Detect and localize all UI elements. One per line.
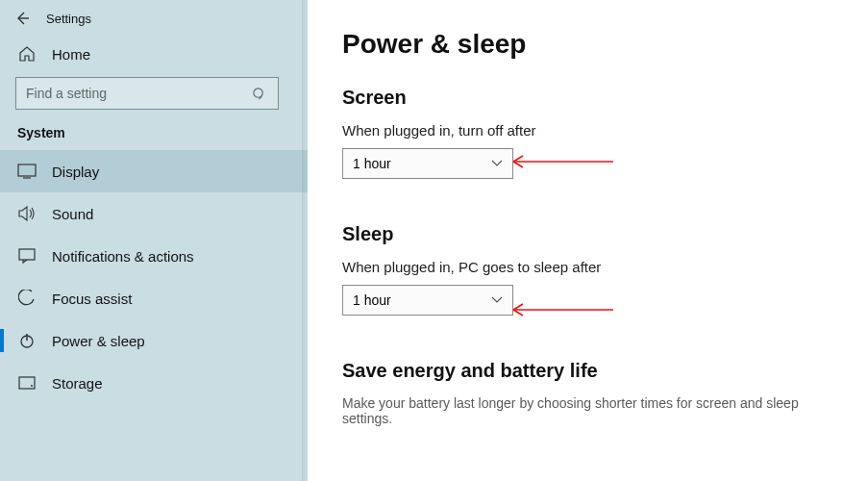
search-box[interactable] — [15, 77, 279, 110]
svg-point-5 — [31, 385, 33, 387]
notifications-icon — [17, 246, 37, 266]
save-energy-desc: Make your battery last longer by choosin… — [342, 395, 833, 426]
home-icon — [17, 44, 37, 63]
annotation-arrow — [500, 150, 615, 173]
focus-assist-icon — [17, 289, 37, 308]
sleep-section-title: Sleep — [342, 223, 833, 245]
sidebar-item-label: Sound — [52, 206, 93, 222]
svg-point-0 — [253, 88, 261, 96]
page-title: Power & sleep — [342, 29, 833, 60]
sidebar-item-power-sleep[interactable]: Power & sleep — [0, 319, 308, 362]
search-input[interactable] — [26, 86, 247, 101]
sidebar-item-display[interactable]: Display — [0, 150, 308, 192]
home-label: Home — [52, 46, 90, 63]
sleep-field-label: When plugged in, PC goes to sleep after — [342, 259, 833, 275]
search-icon — [249, 84, 268, 103]
screen-timeout-value: 1 hour — [353, 156, 391, 171]
sidebar-item-notifications[interactable]: Notifications & actions — [0, 235, 308, 277]
sidebar-item-label: Notifications & actions — [52, 248, 194, 265]
sidebar-item-label: Storage — [52, 375, 103, 392]
back-button[interactable] — [13, 10, 31, 27]
home-nav[interactable]: Home — [0, 35, 308, 73]
storage-icon — [17, 373, 37, 392]
display-icon — [17, 162, 37, 181]
sidebar: Settings Home System Display Sound Not — [0, 0, 308, 481]
svg-rect-2 — [19, 249, 35, 260]
annotation-arrow — [500, 298, 615, 321]
main-content: Power & sleep Screen When plugged in, tu… — [308, 0, 868, 481]
sidebar-item-label: Display — [52, 164, 99, 180]
category-label: System — [0, 119, 308, 150]
svg-rect-1 — [18, 165, 36, 176]
sidebar-item-label: Power & sleep — [52, 333, 145, 349]
sleep-timeout-dropdown[interactable]: 1 hour — [342, 285, 513, 316]
screen-section-title: Screen — [342, 87, 833, 109]
sidebar-item-sound[interactable]: Sound — [0, 192, 308, 235]
svg-rect-4 — [19, 377, 35, 389]
arrow-left-icon — [14, 11, 30, 26]
window-title: Settings — [46, 12, 91, 26]
sound-icon — [17, 204, 37, 223]
sidebar-item-focus-assist[interactable]: Focus assist — [0, 277, 308, 319]
sidebar-item-storage[interactable]: Storage — [0, 362, 308, 404]
sleep-timeout-value: 1 hour — [353, 292, 391, 308]
save-energy-title: Save energy and battery life — [342, 360, 833, 382]
power-icon — [17, 331, 37, 350]
sidebar-item-label: Focus assist — [52, 291, 132, 307]
screen-timeout-dropdown[interactable]: 1 hour — [342, 148, 513, 179]
screen-field-label: When plugged in, turn off after — [342, 122, 833, 139]
